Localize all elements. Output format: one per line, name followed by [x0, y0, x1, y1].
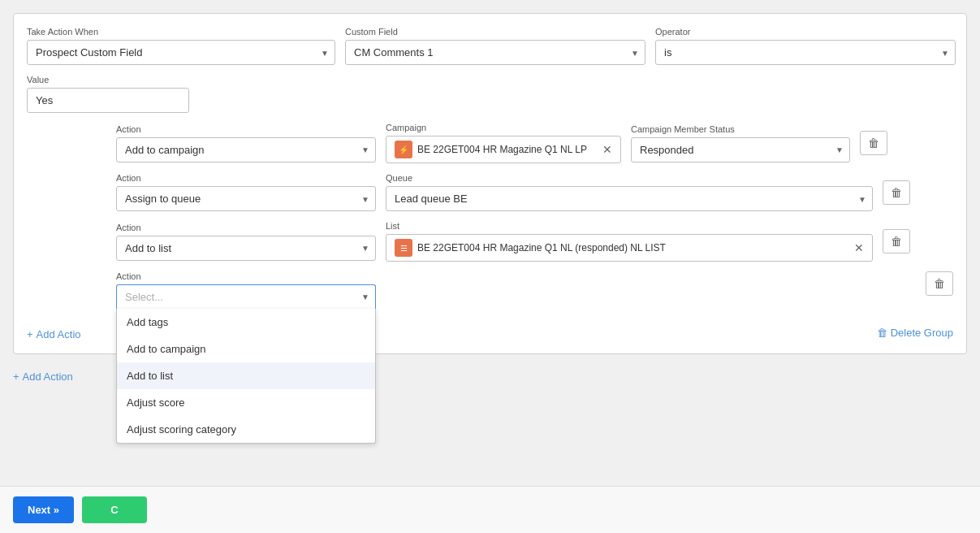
value-group: Value	[27, 75, 189, 113]
list-label: List	[386, 221, 873, 231]
action-row-1: Action Add to campaign ▼ Campaign ⚡ BE 2…	[116, 123, 953, 163]
list-icon: ☰	[395, 239, 412, 257]
value-row: Value	[27, 75, 953, 113]
action-select-1[interactable]: Add to campaign	[116, 137, 376, 162]
action-select-wrapper-1: Add to campaign ▼	[116, 137, 376, 162]
delete-action-1-button[interactable]: 🗑	[860, 131, 887, 155]
campaign-tag: ⚡ BE 22GET004 HR Magazine Q1 NL LP ✕	[386, 136, 621, 163]
action-label-col-3: Action Add to list ▼	[116, 223, 376, 261]
list-tag: ☰ BE 22GET004 HR Magazine Q1 NL (respond…	[386, 234, 873, 262]
operator-wrapper: is ▼	[655, 40, 956, 65]
operator-select[interactable]: is	[655, 40, 956, 65]
custom-field-group: Custom Field CM Comments 1 ▼	[345, 27, 645, 65]
dropdown-item-adjust-scoring-category[interactable]: Adjust scoring category	[117, 416, 375, 443]
take-action-select[interactable]: Prospect Custom Field	[27, 40, 335, 65]
action-row-2: Action Assign to queue ▼ Queue Lead queu…	[116, 173, 953, 211]
add-action-link[interactable]: + Add Actio	[27, 328, 81, 340]
action-label-col-4: Action Select... ▼ Add tags Add to campa…	[116, 271, 376, 309]
plus-icon: +	[27, 328, 33, 340]
take-action-group: Take Action When Prospect Custom Field ▼	[27, 27, 335, 65]
take-action-wrapper: Prospect Custom Field ▼	[27, 40, 335, 65]
action-value-3: Add to list	[125, 242, 171, 254]
action-select-wrapper-2: Assign to queue ▼	[116, 186, 376, 211]
campaign-field-group: Campaign ⚡ BE 22GET004 HR Magazine Q1 NL…	[386, 123, 621, 163]
next-button[interactable]: Next »	[13, 496, 74, 523]
add-action-bottom-label: Add Action	[23, 370, 73, 383]
action-label-1: Action	[116, 124, 376, 134]
condition-section: Take Action When Prospect Custom Field ▼…	[13, 13, 967, 354]
queue-select[interactable]: Lead queue BE	[386, 186, 873, 211]
action-open-select-wrapper: Select... ▼ Add tags Add to campaign Add…	[116, 284, 376, 309]
dropdown-item-add-tags[interactable]: Add tags	[117, 309, 375, 336]
operator-value: is	[664, 46, 671, 58]
delete-group-trash-icon: 🗑	[877, 327, 887, 339]
list-close-icon[interactable]: ✕	[854, 242, 864, 254]
bottom-bar: Next » C	[0, 486, 980, 533]
dropdown-scroll-area: Add tags Add to campaign Add to list Adj…	[117, 309, 375, 443]
delete-group-link[interactable]: 🗑 Delete Group	[877, 327, 953, 339]
custom-field-select[interactable]: CM Comments 1	[345, 40, 645, 65]
campaign-label: Campaign	[386, 123, 621, 132]
delete-action-4-button[interactable]: 🗑	[926, 271, 953, 296]
action-select-2[interactable]: Assign to queue	[116, 186, 376, 211]
plus-icon-2: +	[13, 370, 19, 383]
queue-value: Lead queue BE	[395, 193, 468, 205]
custom-field-value: CM Comments 1	[354, 46, 434, 58]
action-label-col-2: Action Assign to queue ▼	[116, 173, 376, 211]
dropdown-item-adjust-score[interactable]: Adjust score	[117, 389, 375, 416]
list-field-group: List ☰ BE 22GET004 HR Magazine Q1 NL (re…	[386, 221, 873, 262]
campaign-icon: ⚡	[395, 141, 412, 158]
confirm-label: C	[110, 504, 118, 516]
value-label: Value	[27, 75, 189, 84]
campaign-member-status-group: Campaign Member Status Responded ▼	[631, 124, 850, 162]
action-row-4-right: 🗑	[926, 271, 953, 296]
action-select-wrapper-3: Add to list ▼	[116, 236, 376, 261]
action-label-4: Action	[116, 271, 376, 281]
queue-label: Queue	[386, 173, 873, 183]
campaign-close-icon[interactable]: ✕	[602, 144, 612, 155]
list-value: BE 22GET004 HR Magazine Q1 NL (responded…	[417, 242, 849, 254]
delete-action-2-button[interactable]: 🗑	[883, 180, 910, 205]
queue-wrapper: Lead queue BE ▼	[386, 186, 873, 211]
action-label-col-1: Action Add to campaign ▼	[116, 124, 376, 162]
queue-field-group: Queue Lead queue BE ▼	[386, 173, 873, 211]
take-action-value: Prospect Custom Field	[36, 46, 143, 58]
campaign-text: BE 22GET004 HR Magazine Q1 NL LP	[417, 144, 598, 155]
confirm-button[interactable]: C	[82, 496, 147, 523]
custom-field-wrapper: CM Comments 1 ▼	[345, 40, 645, 65]
value-input[interactable]	[27, 88, 189, 113]
action-label-2: Action	[116, 173, 376, 183]
action-open-select[interactable]: Select...	[116, 284, 376, 309]
dropdown-item-add-to-campaign[interactable]: Add to campaign	[117, 336, 375, 362]
condition-row: Take Action When Prospect Custom Field ▼…	[27, 27, 953, 65]
campaign-member-status-value: Responded	[640, 144, 694, 156]
action-value-2: Assign to queue	[125, 193, 201, 205]
dropdown-item-add-to-list[interactable]: Add to list	[117, 362, 375, 389]
action-value-1: Add to campaign	[125, 144, 205, 156]
action-select-3[interactable]: Add to list	[116, 236, 376, 261]
campaign-member-status-wrapper: Responded ▼	[631, 137, 850, 162]
action-row-4: Action Select... ▼ Add tags Add to campa…	[116, 271, 953, 309]
campaign-member-status-select[interactable]: Responded	[631, 137, 850, 162]
action-row-3: Action Add to list ▼ List ☰ BE 22GET004 …	[116, 221, 953, 262]
campaign-member-status-label: Campaign Member Status	[631, 124, 850, 134]
operator-group: Operator is ▼	[655, 27, 956, 65]
action-open-placeholder: Select...	[125, 291, 163, 303]
action-label-3: Action	[116, 223, 376, 232]
take-action-label: Take Action When	[27, 27, 335, 37]
action-dropdown-menu: Add tags Add to campaign Add to list Adj…	[116, 309, 376, 444]
custom-field-label: Custom Field	[345, 27, 645, 37]
main-content: Take Action When Prospect Custom Field ▼…	[0, 0, 980, 486]
add-action-label: Add Actio	[37, 328, 81, 340]
operator-label: Operator	[655, 27, 956, 37]
delete-action-3-button[interactable]: 🗑	[883, 229, 910, 254]
delete-group-label: Delete Group	[891, 327, 953, 339]
